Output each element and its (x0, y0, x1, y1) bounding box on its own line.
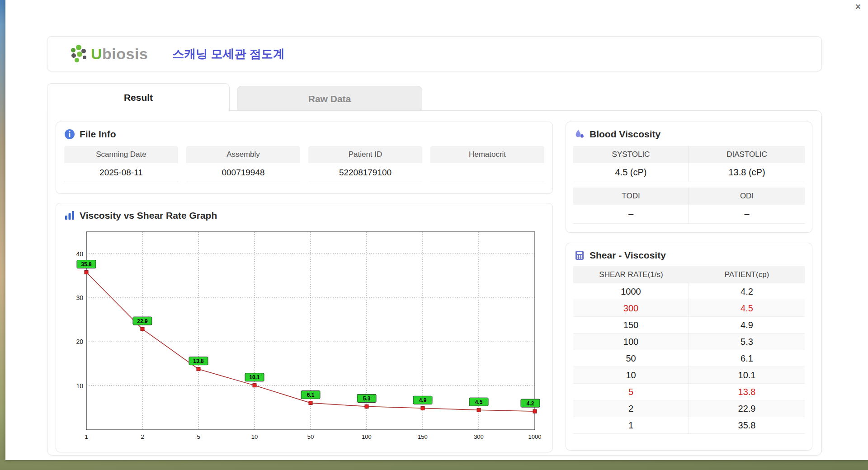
todi-value: – (573, 205, 689, 224)
shear-table-row: 222.9 (573, 400, 805, 417)
header-card: Ubiosis 스캐닝 모세관 점도계 (47, 36, 822, 71)
shear-rate-value: 100 (573, 334, 689, 350)
app-title: 스캐닝 모세관 점도계 (172, 46, 284, 62)
field-value (430, 163, 544, 182)
chart-point-label: 4.2 (527, 400, 534, 407)
patient-viscosity-value: 4.5 (689, 300, 805, 317)
data-point-marker (421, 406, 425, 410)
shear-rate-value: 300 (573, 300, 689, 317)
shear-viscosity-title: Shear - Viscosity (590, 250, 666, 261)
patient-viscosity-value: 10.1 (689, 367, 805, 384)
patient-viscosity-value: 5.3 (689, 334, 805, 350)
shear-table: SHEAR RATE(1/s) PATIENT(cp) 10004.23004.… (573, 266, 805, 434)
shear-rate-value: 1 (573, 417, 689, 434)
tab-result-label: Result (124, 92, 153, 103)
field-hematocrit: Hematocrit (430, 146, 544, 182)
shear-table-body: 10004.23004.51504.91005.3506.11010.1513.… (573, 283, 805, 434)
data-point-marker (309, 401, 312, 405)
y-tick-label: 40 (76, 250, 83, 258)
shear-rate-value: 2 (573, 400, 689, 417)
tab-result[interactable]: Result (47, 83, 230, 111)
chart-point-label: 4.5 (475, 399, 483, 405)
field-value: 52208179100 (308, 163, 422, 182)
tab-raw-data[interactable]: Raw Data (237, 86, 422, 111)
file-info-header: File Info (56, 122, 552, 144)
shear-table-row: 1005.3 (573, 334, 805, 350)
data-point-marker (533, 409, 537, 413)
file-info-fields: Scanning Date 2025-08-11 Assembly 000719… (56, 144, 552, 182)
shear-table-row: 513.8 (573, 384, 805, 400)
patient-viscosity-value: 13.8 (689, 384, 805, 400)
chart-point-label: 4.9 (419, 397, 427, 404)
patient-viscosity-value: 4.9 (689, 317, 805, 334)
data-point-marker (85, 271, 88, 274)
file-info-title: File Info (80, 129, 116, 140)
data-point-marker (141, 327, 144, 331)
y-tick-label: 20 (76, 338, 83, 345)
logo-dots-icon (67, 43, 88, 64)
shear-viscosity-card: Shear - Viscosity SHEAR RATE(1/s) PATIEN… (566, 243, 812, 451)
y-tick-label: 30 (76, 294, 83, 301)
x-tick-label: 1 (85, 433, 88, 440)
data-point-marker (197, 367, 200, 371)
brand-name: Ubiosis (91, 45, 148, 63)
blood-viscosity-title: Blood Viscosity (590, 129, 660, 140)
chart-point-label: 10.1 (249, 374, 260, 381)
patient-viscosity-value: 35.8 (689, 417, 805, 434)
todi-label: TODI (573, 188, 689, 205)
shear-rate-value: 5 (573, 384, 689, 400)
bv-gap (573, 182, 805, 188)
field-label: Patient ID (308, 146, 422, 163)
x-tick-label: 10 (251, 433, 258, 440)
shear-rate-value: 10 (573, 367, 689, 384)
bv-header-row: SYSTOLIC DIASTOLIC (573, 146, 805, 163)
result-panel: File Info Scanning Date 2025-08-11 Assem… (47, 110, 822, 456)
diastolic-label: DIASTOLIC (689, 146, 805, 163)
odi-label: ODI (689, 188, 805, 205)
field-value: 2025-08-11 (64, 163, 178, 182)
field-label: Assembly (186, 146, 300, 163)
brand-rest: biosis (102, 45, 148, 62)
water-drop-icon (574, 129, 585, 140)
odi-value: – (689, 205, 805, 224)
close-icon[interactable]: × (852, 1, 864, 13)
chart-point-label: 6.1 (307, 392, 315, 398)
blood-viscosity-table: SYSTOLIC DIASTOLIC 4.5 (cP) 13.8 (cP) TO… (573, 146, 805, 224)
chart-point-label: 5.3 (363, 395, 371, 402)
shear-table-head: SHEAR RATE(1/s) PATIENT(cp) (573, 266, 805, 283)
viscosity-chart: 102030401251050100150300100035.822.913.8… (66, 227, 541, 444)
x-tick-label: 1000 (528, 433, 541, 440)
field-label: Hematocrit (430, 146, 544, 163)
ubiosis-logo: Ubiosis (67, 43, 148, 64)
app-window: × Ubiosis 스캐닝 모세관 점도계 Result Raw Data (5, 0, 868, 460)
chart-point-label: 13.8 (193, 358, 204, 364)
shear-rate-value: 50 (573, 350, 689, 367)
graph-card: Viscosity vs Shear Rate Graph 1020304012… (56, 203, 553, 452)
x-tick-label: 5 (197, 433, 200, 440)
shear-table-row: 10004.2 (573, 283, 805, 300)
field-label: Scanning Date (64, 146, 178, 163)
blood-viscosity-card: Blood Viscosity SYSTOLIC DIASTOLIC 4.5 (… (566, 122, 812, 233)
blood-viscosity-header: Blood Viscosity (566, 122, 812, 144)
bar-chart-icon (64, 210, 75, 221)
shear-rate-value: 150 (573, 317, 689, 334)
diastolic-value: 13.8 (cP) (689, 163, 805, 182)
graph-title: Viscosity vs Shear Rate Graph (80, 210, 217, 221)
y-tick-label: 10 (76, 382, 83, 390)
calculator-icon (574, 250, 585, 261)
bv-value-row: 4.5 (cP) 13.8 (cP) (573, 163, 805, 182)
brand-first-letter: U (91, 45, 102, 62)
shear-table-row: 1010.1 (573, 367, 805, 384)
file-info-card: File Info Scanning Date 2025-08-11 Assem… (56, 122, 553, 194)
chart-point-label: 22.9 (137, 318, 148, 324)
bv-header-row-2: TODI ODI (573, 188, 805, 205)
data-point-marker (365, 404, 368, 408)
chart-wrap: 102030401251050100150300100035.822.913.8… (66, 227, 552, 446)
shear-table-row: 135.8 (573, 417, 805, 434)
x-tick-label: 300 (474, 433, 484, 440)
data-point-marker (253, 384, 256, 387)
field-value: 000719948 (186, 163, 300, 182)
field-patient-id: Patient ID 52208179100 (308, 146, 422, 182)
shear-table-row: 1504.9 (573, 317, 805, 334)
shear-table-row: 506.1 (573, 350, 805, 367)
